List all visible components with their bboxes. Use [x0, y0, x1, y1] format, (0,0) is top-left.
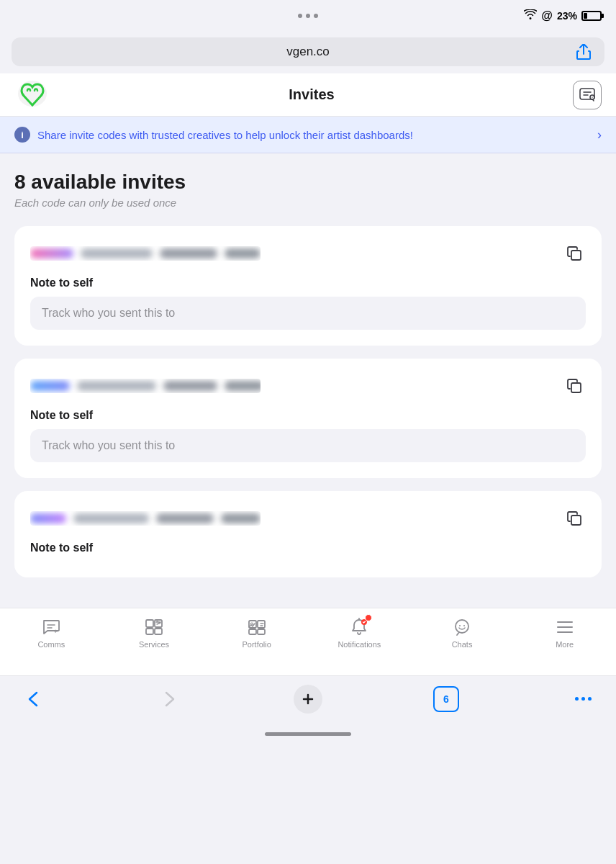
note-label: Note to self [30, 409, 586, 422]
browser-more-button[interactable] [570, 686, 596, 712]
note-input[interactable]: Track who you sent this to [30, 297, 586, 330]
chats-icon [452, 617, 472, 637]
back-button[interactable] [20, 686, 46, 712]
note-label: Note to self [30, 541, 586, 554]
invite-card: Note to self Track who you sent this to [14, 359, 602, 478]
compose-button[interactable] [573, 81, 602, 109]
app-header: Invites [0, 73, 616, 117]
browser-bottom-bar: 6 [0, 675, 616, 721]
svg-rect-9 [155, 629, 162, 634]
svg-rect-6 [146, 620, 153, 627]
url-bar[interactable]: vgen.co [12, 37, 604, 66]
nav-label-more: More [556, 640, 574, 649]
invite-card: Note to self [14, 491, 602, 577]
info-icon: i [14, 127, 30, 143]
invite-card: Note to self Track who you sent this to [14, 226, 602, 346]
svg-rect-13 [258, 629, 265, 634]
url-bar-container: vgen.co [0, 32, 616, 73]
invite-code-blurred [30, 511, 261, 526]
main-content: 8 available invites Each code can only b… [0, 153, 616, 608]
copy-button[interactable] [563, 507, 586, 530]
tabs-count: 6 [443, 693, 449, 705]
invites-subtitle: Each code can only be used once [14, 197, 602, 209]
svg-point-17 [463, 625, 465, 626]
svg-rect-11 [258, 621, 265, 628]
nav-label-chats: Chats [452, 640, 473, 649]
nav-item-portfolio[interactable]: Portfolio [205, 617, 308, 649]
nav-label-portfolio: Portfolio [243, 640, 271, 649]
wifi-icon [524, 9, 537, 22]
info-banner-content: i Share invite codes with trusted creati… [14, 127, 597, 143]
copy-button[interactable] [563, 374, 586, 397]
note-label: Note to self [30, 276, 586, 289]
more-icon [555, 617, 575, 637]
invite-code-blurred [30, 379, 261, 393]
at-icon: @ [541, 9, 553, 22]
svg-rect-5 [571, 516, 581, 525]
svg-rect-4 [571, 383, 581, 392]
share-button[interactable] [573, 41, 594, 63]
nav-item-comms[interactable]: Comms [0, 617, 103, 649]
status-right: @ 23% [524, 9, 602, 22]
page-title: Invites [289, 86, 334, 103]
copy-button[interactable] [563, 242, 586, 265]
nav-label-services: Services [139, 640, 169, 649]
status-dots [298, 14, 318, 18]
forward-button[interactable] [157, 686, 183, 712]
note-input[interactable]: Track who you sent this to [30, 429, 586, 462]
svg-point-15 [456, 620, 468, 633]
home-indicator [0, 721, 616, 746]
svg-point-16 [459, 625, 461, 626]
portfolio-icon [247, 617, 267, 637]
invite-code-row [30, 507, 586, 530]
invites-count: 8 available invites [14, 171, 602, 194]
nav-label-comms: Comms [37, 640, 65, 649]
url-text: vgen.co [43, 45, 573, 59]
invite-code-row [30, 242, 586, 265]
nav-item-chats[interactable]: Chats [411, 617, 514, 649]
home-indicator-bar [265, 732, 351, 736]
info-banner-text: Share invite codes with trusted creative… [37, 127, 413, 143]
info-banner[interactable]: i Share invite codes with trusted creati… [0, 117, 616, 153]
logo [14, 78, 50, 112]
comms-icon [41, 617, 61, 637]
nav-item-more[interactable]: More [513, 617, 616, 649]
notification-badge [365, 614, 372, 621]
bottom-nav: Comms Services P [0, 608, 616, 675]
new-tab-button[interactable] [294, 685, 322, 714]
nav-item-services[interactable]: Services [103, 617, 206, 649]
invite-code-blurred [30, 246, 261, 261]
battery-icon [581, 11, 602, 21]
svg-rect-3 [571, 251, 581, 260]
nav-label-notifications: Notifications [338, 640, 381, 649]
svg-rect-12 [249, 629, 256, 634]
status-bar: @ 23% [0, 0, 616, 32]
invite-code-row [30, 374, 586, 397]
info-chevron-icon: › [597, 127, 602, 143]
notifications-icon [349, 617, 369, 637]
tabs-button[interactable]: 6 [433, 686, 459, 712]
services-icon [144, 617, 164, 637]
battery-percentage: 23% [557, 10, 577, 22]
nav-item-notifications[interactable]: Notifications [308, 617, 411, 649]
svg-rect-8 [146, 629, 153, 634]
